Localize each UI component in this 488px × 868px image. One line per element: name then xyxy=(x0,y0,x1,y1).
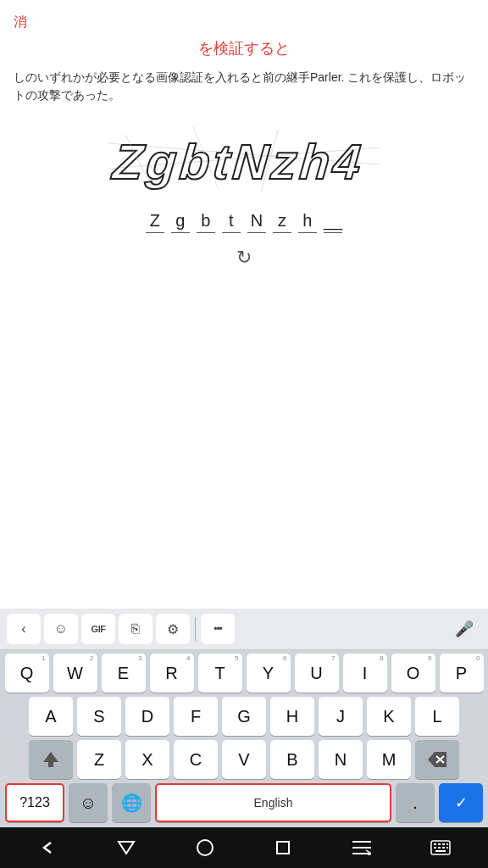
emoji-toolbar-button[interactable]: ☺ xyxy=(44,614,78,644)
svg-rect-24 xyxy=(442,847,445,849)
key-row-2: A S D F G H J K L xyxy=(2,697,486,736)
gif-label: GIF xyxy=(92,624,106,634)
svg-rect-21 xyxy=(446,843,448,845)
captcha-image-area: ZgbtNzh4 xyxy=(14,118,474,194)
cancel-button[interactable]: 消 xyxy=(14,10,27,35)
svg-marker-8 xyxy=(428,752,446,767)
captcha-char-6: h xyxy=(298,211,317,233)
key-b[interactable]: B xyxy=(270,740,314,779)
svg-marker-11 xyxy=(119,842,134,854)
key-w[interactable]: 2W xyxy=(53,654,97,693)
nav-home-button[interactable] xyxy=(186,829,224,866)
content-area: 消 を検証すると しのいずれかが必要となる画像認証を入れると前の継手Parler… xyxy=(0,0,488,269)
key-h[interactable]: H xyxy=(270,697,314,736)
captcha-char-0: Z xyxy=(146,211,164,233)
clipboard-icon: ⎘ xyxy=(131,621,140,637)
more-button[interactable]: ••• xyxy=(201,614,235,644)
mic-button[interactable]: 🎤 xyxy=(447,614,481,644)
period-key[interactable]: . xyxy=(396,783,435,822)
key-z[interactable]: Z xyxy=(77,740,121,779)
mic-icon: 🎤 xyxy=(455,620,474,638)
nav-down-icon xyxy=(117,838,136,857)
key-a[interactable]: A xyxy=(29,697,73,736)
captcha-char-1: g xyxy=(171,211,190,233)
num-switch-key[interactable]: ?123 xyxy=(5,783,64,822)
svg-rect-26 xyxy=(435,850,446,852)
captcha-char-7: __ xyxy=(324,211,342,233)
key-t[interactable]: 5T xyxy=(198,654,242,693)
more-icon: ••• xyxy=(214,623,222,635)
nav-back-button[interactable] xyxy=(29,829,66,866)
settings-button[interactable]: ⚙ xyxy=(156,614,190,644)
svg-point-12 xyxy=(197,840,213,855)
toolbar-divider xyxy=(195,617,196,641)
key-o[interactable]: 9O xyxy=(391,654,435,693)
key-g[interactable]: G xyxy=(222,697,266,736)
nav-keyboard-button[interactable] xyxy=(422,829,459,866)
globe-icon: 🌐 xyxy=(121,793,142,813)
key-l[interactable]: L xyxy=(415,697,459,736)
svg-rect-20 xyxy=(442,843,445,845)
shift-icon xyxy=(42,750,60,769)
emoji-key[interactable]: ☺ xyxy=(69,783,108,822)
svg-rect-25 xyxy=(446,847,448,849)
emoji-icon: ☺ xyxy=(80,793,97,813)
key-row-1: 1Q 2W 3E 4R 5T 6Y 7U 8I 9O 0P xyxy=(2,654,486,693)
nav-down-button[interactable] xyxy=(108,829,145,866)
keyboard-toolbar: ‹ ☺ GIF ⎘ ⚙ ••• 🎤 xyxy=(0,609,488,650)
nav-back-icon xyxy=(39,839,56,856)
svg-rect-22 xyxy=(434,847,436,849)
key-y[interactable]: 6Y xyxy=(247,654,291,693)
enter-key[interactable]: ✓ xyxy=(439,783,483,822)
nav-home-icon xyxy=(196,838,214,857)
captcha-char-4: N xyxy=(247,211,266,233)
captcha-input-row[interactable]: Z g b t N z h __ xyxy=(14,211,474,233)
svg-rect-18 xyxy=(434,843,436,845)
nav-recents-icon xyxy=(274,839,291,856)
num-label: ?123 xyxy=(19,795,50,810)
key-j[interactable]: J xyxy=(319,697,363,736)
backspace-key[interactable] xyxy=(415,740,459,779)
nav-bar xyxy=(0,827,488,868)
globe-key[interactable]: 🌐 xyxy=(112,783,151,822)
back-icon: ‹ xyxy=(21,621,25,637)
key-d[interactable]: D xyxy=(125,697,169,736)
key-c[interactable]: C xyxy=(174,740,218,779)
clipboard-button[interactable]: ⎘ xyxy=(119,614,152,644)
key-m[interactable]: M xyxy=(367,740,411,779)
key-r[interactable]: 4R xyxy=(150,654,194,693)
key-n[interactable]: N xyxy=(319,740,363,779)
nav-recents-button[interactable] xyxy=(264,829,302,866)
gif-button[interactable]: GIF xyxy=(81,614,115,644)
svg-text:ZgbtNzh4: ZgbtNzh4 xyxy=(109,134,367,189)
key-f[interactable]: F xyxy=(174,697,218,736)
keyboard-back-button[interactable]: ‹ xyxy=(7,614,41,644)
key-k[interactable]: K xyxy=(367,697,411,736)
key-q[interactable]: 1Q xyxy=(5,654,49,693)
emoji-toolbar-icon: ☺ xyxy=(54,621,68,637)
key-e[interactable]: 3E xyxy=(102,654,146,693)
enter-icon: ✓ xyxy=(455,793,468,812)
key-x[interactable]: X xyxy=(125,740,169,779)
space-key[interactable]: English xyxy=(155,783,391,822)
svg-rect-23 xyxy=(438,847,441,849)
key-v[interactable]: V xyxy=(222,740,266,779)
period-label: . xyxy=(413,793,418,813)
key-s[interactable]: S xyxy=(77,697,121,736)
key-row-3: Z X C V B N M xyxy=(2,740,486,779)
shift-key[interactable] xyxy=(29,740,73,779)
nav-keyboard-icon xyxy=(430,840,451,855)
description-text: しのいずれかが必要となる画像認証を入れると前の継手Parler. これを保護し、… xyxy=(14,69,474,104)
nav-menu-icon xyxy=(352,840,371,855)
refresh-button[interactable]: ↻ xyxy=(14,247,474,269)
captcha-char-2: b xyxy=(197,211,215,233)
key-p[interactable]: 0P xyxy=(440,654,484,693)
captcha-char-5: z xyxy=(273,211,291,233)
page-title: を検証すると xyxy=(198,40,290,57)
refresh-icon: ↻ xyxy=(236,247,252,269)
key-u[interactable]: 7U xyxy=(295,654,339,693)
keyboard-area: ‹ ☺ GIF ⎘ ⚙ ••• 🎤 1Q 2W 3E 4R 5T xyxy=(0,609,488,827)
key-i[interactable]: 8I xyxy=(343,654,387,693)
nav-menu-button[interactable] xyxy=(343,829,380,866)
title-row: を検証すると xyxy=(14,38,474,58)
